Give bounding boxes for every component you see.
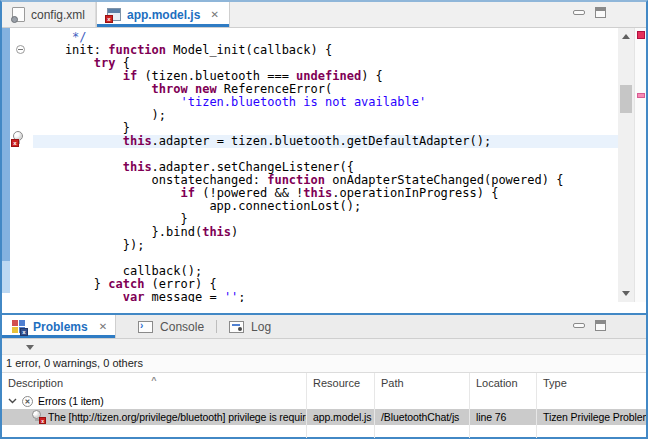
tab-log[interactable]: Log xyxy=(219,315,281,338)
scroll-down-icon[interactable] xyxy=(622,291,630,296)
code-lines: */ init: function Model_init(callback) {… xyxy=(36,31,563,302)
tab-divider xyxy=(216,320,217,333)
tab-label: Problems xyxy=(33,320,88,334)
tab-label: Log xyxy=(251,320,271,334)
editor-stack-buttons xyxy=(573,2,646,27)
tab-label: Console xyxy=(160,320,204,334)
minimize-icon[interactable] xyxy=(573,10,585,15)
problems-view-icon: x xyxy=(12,320,26,334)
problems-toolbar xyxy=(2,339,646,355)
error-type: Tizen Privilege Problem xyxy=(537,409,646,425)
tab-label: config.xml xyxy=(31,8,85,22)
tab-problems[interactable]: x Problems ✕ xyxy=(2,315,116,338)
errors-group-row[interactable]: ✕ Errors (1 item) xyxy=(2,393,646,409)
sort-ascending-icon: ^ xyxy=(151,373,156,390)
tab-app-model-js[interactable]: x app.model.js ✕ xyxy=(96,2,230,27)
table-header-row: Description ^ Resource Path Location Typ… xyxy=(2,373,646,393)
vertical-scrollbar[interactable] xyxy=(618,28,634,302)
error-path: /BluetoothChat/js xyxy=(375,409,470,425)
log-view-icon xyxy=(229,321,244,333)
tab-console[interactable]: › Console xyxy=(128,315,214,338)
quickdiff-ruler-light xyxy=(2,261,10,293)
view-menu-icon[interactable] xyxy=(26,345,34,350)
ide-window: config.xml x app.model.js ✕ x xyxy=(0,0,648,439)
js-file-error-icon: x xyxy=(107,8,121,21)
maximize-icon[interactable] xyxy=(595,7,606,18)
empty-table-row xyxy=(2,425,646,438)
close-tab-icon[interactable]: ✕ xyxy=(210,9,218,20)
error-overlay-icon: x xyxy=(11,139,19,147)
problems-summary: 1 error, 0 warnings, 0 others xyxy=(2,355,646,372)
maximize-icon[interactable] xyxy=(595,320,606,331)
column-header-description[interactable]: Description ^ xyxy=(2,373,307,393)
overview-ruler xyxy=(634,28,646,302)
problems-panel: x Problems ✕ › Console Log 1 erro xyxy=(0,313,648,439)
error-location: line 76 xyxy=(470,409,537,425)
error-overlay-icon: x xyxy=(39,417,46,424)
problems-table: Description ^ Resource Path Location Typ… xyxy=(2,372,646,437)
error-row[interactable]: x The [http://tizen.org/privilege/blueto… xyxy=(2,409,646,425)
error-description: The [http://tizen.org/privilege/bluetoot… xyxy=(48,409,306,425)
chevron-down-icon[interactable] xyxy=(8,398,17,404)
error-resource: app.model.js xyxy=(307,409,375,425)
code-editor[interactable]: x */ init: function Model_init(callback)… xyxy=(2,28,646,302)
vertical-scrollbar-thumb[interactable] xyxy=(620,85,632,113)
column-header-location[interactable]: Location xyxy=(470,373,537,393)
error-overlay-icon: x xyxy=(105,15,113,23)
panel-stack-buttons xyxy=(573,315,646,338)
column-header-path[interactable]: Path xyxy=(375,373,470,393)
minimize-icon[interactable] xyxy=(573,323,585,328)
tab-label: app.model.js xyxy=(127,8,200,22)
editor-area: config.xml x app.model.js ✕ x xyxy=(0,0,648,313)
annotation-gutter xyxy=(10,28,35,302)
console-view-icon: › xyxy=(138,321,153,333)
tab-config-xml[interactable]: config.xml xyxy=(2,2,96,27)
xml-file-icon xyxy=(12,7,25,22)
editor-tab-bar: config.xml x app.model.js ✕ xyxy=(2,2,646,28)
overview-occurrence-marker[interactable] xyxy=(637,93,645,98)
close-view-icon[interactable]: ✕ xyxy=(99,321,107,332)
quickfix-error-marker-icon[interactable]: x xyxy=(11,131,25,146)
overview-error-marker[interactable] xyxy=(637,31,645,39)
gear-icon xyxy=(11,16,18,23)
column-header-resource[interactable]: Resource xyxy=(307,373,375,393)
scroll-up-icon[interactable] xyxy=(622,34,630,39)
view-tab-bar: x Problems ✕ › Console Log xyxy=(2,315,646,339)
quickfix-error-icon: x xyxy=(31,410,44,424)
quickdiff-ruler xyxy=(2,28,10,261)
column-header-type[interactable]: Type xyxy=(537,373,646,393)
fold-collapse-icon[interactable] xyxy=(16,45,25,54)
errors-group-icon: ✕ xyxy=(22,396,33,407)
group-label: Errors (1 item) xyxy=(38,393,104,409)
